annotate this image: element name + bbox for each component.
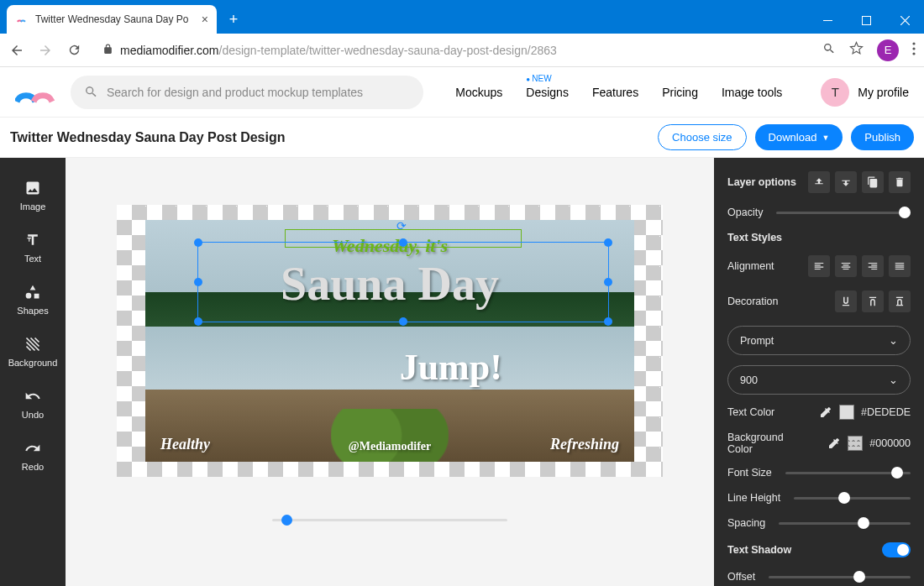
properties-panel: Layer options Opacity Text Styles Alignm…	[714, 158, 924, 586]
tab-close-icon[interactable]: ×	[202, 13, 208, 26]
tab-title: Twitter Wednesday Sauna Day Po	[35, 13, 195, 25]
font-weight-select[interactable]: 900⌄	[727, 365, 911, 395]
opacity-slider[interactable]	[776, 212, 911, 214]
duplicate-icon[interactable]	[862, 171, 884, 193]
bg-color-value: #000000	[869, 437, 911, 449]
back-icon[interactable]	[8, 43, 25, 58]
logo-icon[interactable]	[15, 80, 57, 105]
search-placeholder: Search for design and product mockup tem…	[107, 86, 363, 99]
align-center-icon[interactable]	[835, 255, 857, 277]
design-canvas[interactable]: Wednesday, it's Sauna Day Jump! Healthy …	[117, 205, 663, 477]
document-title-bar: Twitter Wednesday Sauna Day Post Design …	[0, 118, 924, 158]
profile-menu[interactable]: T My profile	[821, 78, 909, 107]
zoom-thumb[interactable]	[281, 515, 292, 526]
nav-designs[interactable]: NEWDesigns	[526, 86, 569, 99]
strikethrough-icon[interactable]	[889, 290, 911, 312]
tab-favicon-icon	[15, 13, 29, 26]
new-badge: NEW	[526, 74, 551, 83]
profile-label: My profile	[858, 86, 909, 99]
resize-handle[interactable]	[399, 317, 407, 326]
choose-size-button[interactable]: Choose size	[658, 124, 747, 150]
tool-redo[interactable]: Redo	[0, 430, 66, 482]
zoom-slider[interactable]	[272, 519, 507, 521]
svg-point-4	[912, 52, 915, 55]
line-height-slider[interactable]	[794, 497, 911, 500]
url-text: mediamodifier.com/design-template/twitte…	[120, 44, 557, 57]
text-shadow-label: Text Shadow	[727, 544, 791, 556]
tool-text[interactable]: Text	[0, 222, 66, 274]
offset-slider[interactable]	[769, 576, 911, 578]
font-size-label: Font Size	[727, 467, 772, 479]
alignment-label: Alignment	[727, 260, 774, 272]
spacing-slider[interactable]	[779, 522, 911, 525]
font-family-select[interactable]: Prompt⌄	[727, 326, 911, 355]
reload-icon[interactable]	[66, 43, 82, 57]
text-color-label: Text Color	[727, 406, 774, 418]
shapes-icon	[24, 284, 41, 301]
canvas-text-jump[interactable]: Jump!	[400, 346, 502, 389]
layer-options-label: Layer options	[727, 176, 796, 188]
window-maximize-icon[interactable]	[847, 7, 885, 34]
bg-color-swatch[interactable]	[848, 436, 863, 451]
selection-box[interactable]: ⟳	[197, 242, 609, 322]
canvas-area[interactable]: Wednesday, it's Sauna Day Jump! Healthy …	[66, 158, 714, 586]
redo-icon	[24, 440, 41, 457]
undo-icon	[24, 388, 41, 405]
text-color-value: #DEDEDE	[861, 406, 911, 418]
resize-handle[interactable]	[604, 317, 612, 326]
bring-front-icon[interactable]	[808, 171, 830, 193]
align-left-icon[interactable]	[808, 255, 830, 277]
publish-button[interactable]: Publish	[851, 124, 914, 150]
eyedropper-icon[interactable]	[827, 437, 841, 450]
nav-pricing[interactable]: Pricing	[662, 86, 698, 99]
font-size-slider[interactable]	[785, 472, 911, 474]
new-tab-button[interactable]: +	[222, 8, 245, 31]
browser-tab[interactable]: Twitter Wednesday Sauna Day Po ×	[7, 5, 217, 34]
underline-icon[interactable]	[835, 290, 857, 312]
nav-mockups[interactable]: Mockups	[455, 86, 502, 99]
canvas-text-refreshing[interactable]: Refreshing	[550, 436, 619, 453]
spacing-label: Spacing	[727, 517, 765, 529]
align-justify-icon[interactable]	[889, 255, 911, 277]
url-field[interactable]: mediamodifier.com/design-template/twitte…	[94, 44, 811, 57]
search-icon	[84, 85, 98, 99]
bookmark-icon[interactable]	[849, 41, 864, 59]
resize-handle[interactable]	[194, 238, 202, 247]
tool-image[interactable]: Image	[0, 170, 66, 222]
nav-image-tools[interactable]: Image tools	[722, 86, 782, 99]
send-back-icon[interactable]	[835, 171, 857, 193]
resize-handle[interactable]	[194, 317, 202, 326]
line-height-label: Line Height	[727, 492, 780, 504]
svg-rect-0	[823, 20, 832, 21]
resize-handle[interactable]	[194, 278, 202, 286]
zoom-icon[interactable]	[822, 42, 836, 59]
align-right-icon[interactable]	[862, 255, 884, 277]
eyedropper-icon[interactable]	[819, 405, 832, 419]
browser-profile-avatar[interactable]: E	[877, 39, 899, 61]
window-minimize-icon[interactable]	[808, 7, 847, 34]
download-button[interactable]: Download▼	[755, 124, 843, 150]
overline-icon[interactable]	[862, 290, 884, 312]
profile-avatar: T	[821, 78, 849, 107]
tool-background[interactable]: Background	[0, 326, 66, 378]
resize-handle[interactable]	[399, 238, 407, 247]
tool-undo[interactable]: Undo	[0, 378, 66, 430]
resize-handle[interactable]	[604, 238, 612, 247]
browser-menu-icon[interactable]	[912, 42, 916, 59]
nav-features[interactable]: Features	[592, 86, 638, 99]
resize-handle[interactable]	[604, 278, 612, 286]
text-shadow-toggle[interactable]	[882, 542, 911, 557]
forward-icon[interactable]	[37, 43, 54, 58]
text-icon	[24, 232, 41, 249]
rotate-handle-icon[interactable]: ⟳	[396, 219, 407, 233]
text-color-swatch[interactable]	[839, 405, 854, 420]
delete-icon[interactable]	[889, 171, 911, 193]
decoration-label: Decoration	[727, 296, 778, 307]
search-input[interactable]: Search for design and product mockup tem…	[71, 76, 423, 109]
svg-point-3	[912, 47, 915, 50]
chevron-down-icon: ⌄	[889, 334, 898, 347]
window-close-icon[interactable]	[885, 7, 924, 34]
bg-color-label: Background Color	[727, 432, 795, 455]
tool-shapes[interactable]: Shapes	[0, 274, 66, 326]
browser-titlebar: Twitter Wednesday Sauna Day Po × +	[0, 0, 924, 34]
